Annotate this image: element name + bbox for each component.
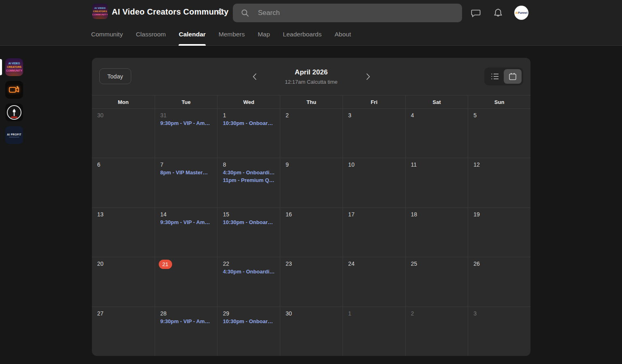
date-number: 13 xyxy=(97,211,155,218)
date-number: 7 xyxy=(160,161,217,168)
logo-line: CREATORS xyxy=(7,66,21,69)
video-camera-icon xyxy=(8,85,20,95)
calendar-toolbar: Today April 2026 12:17am Calcutta time xyxy=(92,58,530,95)
date-number: 30 xyxy=(285,310,343,317)
date-number: 27 xyxy=(97,310,155,317)
date-number: 31 xyxy=(160,112,217,119)
calendar-day-cell: 1510:30pm - Onboar… xyxy=(217,207,280,257)
calendar-panel: Today April 2026 12:17am Calcutta time xyxy=(92,58,530,356)
date-number: 11 xyxy=(411,161,468,168)
calendar-view-button[interactable] xyxy=(504,69,522,84)
calendar-event[interactable]: 10:30pm - Onboar… xyxy=(223,219,276,225)
calendar-day-cell: 18 xyxy=(405,207,468,257)
date-number: 30 xyxy=(97,112,155,119)
logo-line: AI VIDEO xyxy=(94,7,106,10)
tab-members[interactable]: Members xyxy=(219,23,245,46)
calendar-day-cell: 78pm - VIP Master… xyxy=(155,158,217,207)
community-switcher-icon[interactable] xyxy=(216,6,225,17)
date-number: 1 xyxy=(223,112,280,119)
calendar-day-cell: 30 xyxy=(280,307,343,356)
calendar-day-cell: 289:30pm - VIP - Am… xyxy=(155,307,217,356)
date-number: 3 xyxy=(348,112,405,119)
search-bar[interactable] xyxy=(233,4,462,22)
date-number: 23 xyxy=(285,260,343,267)
calendar-day-cell: 11 xyxy=(405,158,468,207)
calendar-day-cell: 1 xyxy=(343,307,405,356)
prev-month-button[interactable] xyxy=(249,71,260,82)
date-number: 15 xyxy=(223,211,280,218)
calendar-day-cell: 2 xyxy=(280,108,343,158)
torch-emblem-icon xyxy=(7,105,21,120)
calendar-day-cell: 9 xyxy=(280,158,343,207)
list-view-button[interactable] xyxy=(486,69,504,84)
today-button[interactable]: Today xyxy=(99,68,131,84)
date-number: 6 xyxy=(97,161,155,168)
tab-leaderboards[interactable]: Leaderboards xyxy=(283,23,322,46)
date-number: 14 xyxy=(160,211,217,218)
calendar-event[interactable]: 4:30pm - Onboardi… xyxy=(223,169,276,176)
next-month-button[interactable] xyxy=(363,71,373,82)
calendar-day-cell: 30 xyxy=(92,108,155,158)
active-community-indicator xyxy=(0,59,2,75)
tab-calendar[interactable]: Calendar xyxy=(179,23,205,46)
date-number: 2 xyxy=(285,112,343,119)
calendar-day-cell: 6 xyxy=(92,158,155,207)
calendar-day-cell: 20 xyxy=(92,257,155,306)
sidebar-community-video-camera[interactable] xyxy=(5,81,23,99)
calendar-event[interactable]: 11pm - Premium Q… xyxy=(223,177,276,183)
calendar-event[interactable]: 4:30pm - Onboardi… xyxy=(223,269,276,275)
calendar-event[interactable]: 9:30pm - VIP - Am… xyxy=(160,120,213,126)
calendar-event[interactable]: 9:30pm - VIP - Am… xyxy=(160,219,213,225)
main-nav: CommunityClassroomCalendarMembersMapLead… xyxy=(91,23,351,46)
app-header: AI VIDEO CREATORS COMMUNITY AI Video Cre… xyxy=(0,0,622,46)
ai-profit-label: AI PROFIT xyxy=(7,133,21,136)
date-number: 22 xyxy=(223,260,280,267)
date-number: 2 xyxy=(411,310,468,317)
tab-map[interactable]: Map xyxy=(258,23,270,46)
timezone-note: 12:17am Calcutta time xyxy=(281,79,342,85)
user-avatar[interactable]: AiFunnel xyxy=(514,6,528,20)
calendar-day-cell: 10 xyxy=(343,158,405,207)
today-date-badge: 21 xyxy=(159,260,172,269)
search-icon xyxy=(241,9,249,17)
month-title: April 2026 xyxy=(281,68,342,76)
calendar-day-cell: 19 xyxy=(468,207,530,257)
calendar-day-cell: 26 xyxy=(468,257,530,306)
date-number: 26 xyxy=(473,260,530,267)
calendar-day-cell: 149:30pm - VIP - Am… xyxy=(155,207,217,257)
weekday-header: Sat xyxy=(405,95,468,108)
tab-about[interactable]: About xyxy=(334,23,351,46)
chat-icon[interactable] xyxy=(470,7,481,19)
calendar-event[interactable]: 9:30pm - VIP - Am… xyxy=(160,318,213,324)
date-number: 3 xyxy=(473,310,530,317)
tab-classroom[interactable]: Classroom xyxy=(136,23,166,46)
date-number: 1 xyxy=(348,310,405,317)
search-input[interactable] xyxy=(258,9,462,17)
date-number: 16 xyxy=(285,211,343,218)
logo-line: AI VIDEO xyxy=(9,62,20,65)
community-logo[interactable]: AI VIDEO CREATORS COMMUNITY xyxy=(92,4,108,19)
tab-community[interactable]: Community xyxy=(91,23,123,46)
calendar-event[interactable]: 10:30pm - Onboar… xyxy=(223,318,276,324)
logo-line: COMMUNITY xyxy=(6,69,22,72)
calendar-day-cell: 2 xyxy=(405,307,468,356)
calendar-event[interactable]: 8pm - VIP Master… xyxy=(160,169,213,176)
sidebar-community-torch-emblem[interactable] xyxy=(5,104,23,121)
weekday-header: Wed xyxy=(217,95,280,108)
calendar-day-cell: 84:30pm - Onboardi…11pm - Premium Q… xyxy=(217,158,280,207)
logo-line: COMMUNITY xyxy=(92,13,108,16)
date-number: 8 xyxy=(223,161,280,168)
calendar-day-cell: 3 xyxy=(343,108,405,158)
ai-profit-underline xyxy=(9,137,19,138)
weekday-header: Sun xyxy=(468,95,530,108)
calendar-grid: MonTueWedThuFriSatSun30319:30pm - VIP - … xyxy=(92,95,530,356)
calendar-event[interactable]: 10:30pm - Onboar… xyxy=(223,120,276,126)
view-toggle xyxy=(484,68,523,85)
calendar-day-cell: 2910:30pm - Onboar… xyxy=(217,307,280,356)
date-number: 24 xyxy=(348,260,405,267)
sidebar-community-ai-video-creators[interactable]: AI VIDEO CREATORS COMMUNITY xyxy=(5,58,23,76)
sidebar-community-ai-profit[interactable]: AI PROFIT xyxy=(5,126,23,144)
notifications-bell-icon[interactable] xyxy=(492,7,504,19)
date-number: 10 xyxy=(348,161,405,168)
date-number: 9 xyxy=(285,161,343,168)
